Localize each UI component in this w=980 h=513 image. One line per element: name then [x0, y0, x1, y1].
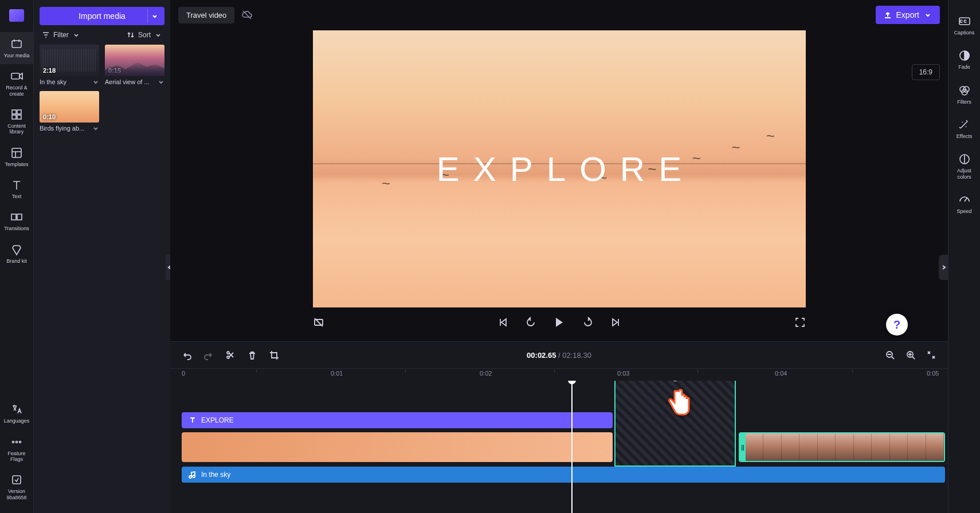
- video-preview[interactable]: ~ ~ ~ ~ ~ ~ ~ EXPLORE: [313, 30, 806, 307]
- timeline-toolbar: 00:02.65 / 02:18.30: [170, 342, 948, 368]
- sidebar-item-your-media[interactable]: Your media: [0, 32, 33, 64]
- video-track-clip[interactable]: [182, 432, 613, 462]
- sidebar-item-captions[interactable]: Captions: [953, 8, 976, 41]
- rewind-icon[interactable]: [525, 317, 536, 328]
- button-label: Sort: [138, 31, 151, 39]
- ruler-tick: 0:03: [617, 370, 629, 377]
- zoom-out-icon[interactable]: [885, 350, 895, 360]
- export-button[interactable]: Export: [876, 6, 940, 24]
- sidebar-item-transitions[interactable]: Transitions: [0, 205, 33, 237]
- sidebar-item-adjust-colors[interactable]: Adjust colors: [948, 146, 980, 186]
- sidebar-item-effects[interactable]: Effects: [955, 112, 973, 145]
- forward-icon[interactable]: [582, 317, 594, 328]
- version-icon: [10, 473, 23, 486]
- text-track-clip[interactable]: EXPLORE: [182, 412, 613, 428]
- svg-point-10: [16, 441, 18, 443]
- ruler-tick: 0:02: [480, 370, 492, 377]
- media-item[interactable]: 0:15 Aerial view of ...: [105, 45, 164, 85]
- ruler-tick: 0:05: [927, 370, 939, 377]
- playhead[interactable]: [571, 381, 573, 513]
- sidebar-item-filters[interactable]: Filters: [956, 77, 973, 111]
- media-item[interactable]: 0:10 Birds flying ab...: [40, 91, 99, 132]
- brandkit-icon: [10, 243, 23, 256]
- delete-gap-button[interactable]: [669, 381, 681, 383]
- trash-icon[interactable]: [247, 350, 257, 360]
- ruler-tick: 0: [182, 370, 185, 377]
- media-icon: [10, 38, 23, 50]
- svg-rect-7: [11, 214, 16, 220]
- undo-icon[interactable]: [182, 350, 192, 360]
- sidebar-item-brandkit[interactable]: Brand kit: [0, 238, 33, 270]
- aspect-ratio-button[interactable]: 16:9: [912, 64, 940, 80]
- chevron-down-icon[interactable]: [92, 125, 99, 132]
- chevron-down-icon[interactable]: [158, 78, 164, 85]
- zoom-in-icon[interactable]: [905, 350, 916, 360]
- filter-button[interactable]: Filter: [42, 31, 80, 39]
- audio-track-clip[interactable]: In the sky: [182, 467, 945, 483]
- video-track-clip-2[interactable]: ||: [739, 432, 945, 462]
- sort-icon: [127, 31, 135, 39]
- redo-icon[interactable]: [203, 350, 214, 360]
- sidebar-item-text[interactable]: Text: [0, 173, 33, 205]
- text-icon: [189, 416, 197, 424]
- play-icon[interactable]: [552, 315, 566, 329]
- skip-forward-icon[interactable]: [610, 317, 621, 328]
- text-icon: [10, 179, 23, 191]
- timeline-ruler[interactable]: 0 0:01 0:02 0:03 0:04 0:05: [170, 368, 948, 381]
- timeline-tracks[interactable]: Delete this gap EXPLORE || In the sky: [170, 381, 948, 513]
- sidebar-item-label: Captions: [954, 30, 975, 35]
- main-area: Travel video Export 16:9 ~ ~ ~ ~ ~ ~ ~ E…: [170, 0, 948, 513]
- crop-icon[interactable]: [269, 350, 279, 360]
- project-name-input[interactable]: Travel video: [178, 7, 234, 23]
- sidebar-item-label: Languages: [4, 418, 30, 424]
- sort-button[interactable]: Sort: [127, 31, 162, 39]
- split-icon[interactable]: [225, 350, 236, 360]
- media-item[interactable]: 2:18 In the sky: [40, 45, 99, 85]
- ruler-tick: 0:04: [775, 370, 787, 377]
- svg-rect-12: [13, 476, 21, 484]
- sidebar-item-label: Transitions: [4, 226, 29, 231]
- svg-rect-6: [12, 148, 21, 157]
- templates-icon: [10, 147, 23, 159]
- sidebar-item-languages[interactable]: Languages: [0, 397, 33, 429]
- fullscreen-icon[interactable]: [794, 317, 806, 328]
- sidebar-item-record[interactable]: Record & create: [0, 64, 33, 102]
- sidebar-item-label: Text: [12, 194, 22, 199]
- zoom-fit-icon[interactable]: [926, 350, 936, 360]
- music-icon: [189, 471, 197, 479]
- chevron-down-icon: [154, 31, 162, 39]
- cursor-hand-icon: [663, 386, 691, 421]
- sidebar-item-version[interactable]: Version 9ba8658: [0, 468, 33, 506]
- right-rail: Captions Fade Filters Effects Adjust col…: [948, 0, 980, 513]
- collapse-right-panel-button[interactable]: [939, 255, 948, 280]
- svg-point-15: [227, 356, 229, 358]
- sidebar-item-templates[interactable]: Templates: [0, 141, 33, 173]
- import-media-button[interactable]: Import media: [40, 7, 164, 25]
- left-rail: Your media Record & create Content libra…: [0, 0, 34, 513]
- svg-rect-8: [17, 214, 22, 220]
- sidebar-item-label: Effects: [957, 133, 972, 139]
- chevron-down-icon[interactable]: [147, 9, 161, 23]
- sidebar-item-feature-flags[interactable]: Feature Flags: [0, 430, 33, 468]
- effects-icon: [958, 119, 970, 131]
- help-button[interactable]: ?: [886, 314, 908, 336]
- filter-icon: [42, 31, 50, 39]
- sidebar-item-label: Fade: [958, 64, 970, 70]
- safe-zone-icon[interactable]: [313, 317, 324, 328]
- chevron-down-icon: [924, 11, 932, 19]
- clip-label: EXPLORE: [201, 416, 234, 424]
- languages-icon: [10, 403, 23, 416]
- topbar: Travel video Export: [170, 0, 948, 30]
- sidebar-item-fade[interactable]: Fade: [957, 42, 972, 76]
- skip-back-icon[interactable]: [497, 317, 509, 328]
- media-duration: 0:15: [108, 67, 121, 74]
- chevron-down-icon[interactable]: [92, 78, 99, 85]
- media-thumbnail: 0:10: [40, 91, 99, 123]
- sidebar-item-content-library[interactable]: Content library: [0, 102, 33, 141]
- ruler-tick: 0:01: [331, 370, 343, 377]
- colors-icon: [958, 153, 971, 165]
- sidebar-item-speed[interactable]: Speed: [955, 187, 973, 220]
- button-label: Filter: [53, 31, 69, 39]
- cloud-sync-icon: [241, 9, 253, 21]
- sidebar-item-label: Filters: [957, 99, 971, 105]
